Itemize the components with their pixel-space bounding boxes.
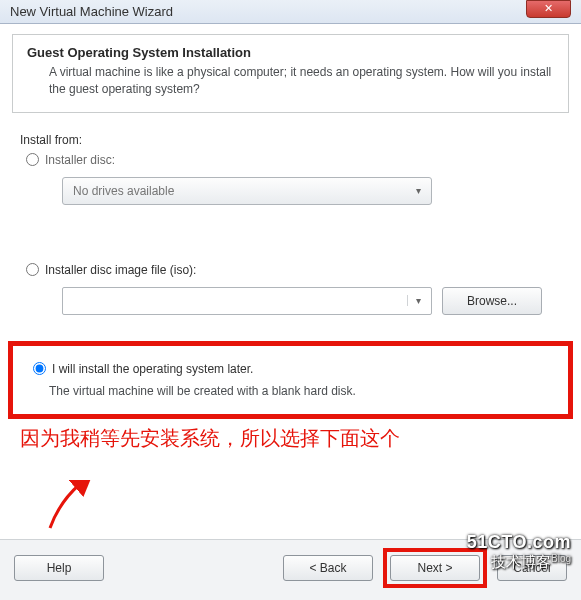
- iso-path-input[interactable]: ▾: [62, 287, 432, 315]
- wizard-header: Guest Operating System Installation A vi…: [12, 34, 569, 113]
- cancel-button[interactable]: Cancel: [497, 555, 567, 581]
- radio-install-later-input[interactable]: [33, 362, 46, 375]
- browse-button[interactable]: Browse...: [442, 287, 542, 315]
- annotation-highlight-box: I will install the operating system late…: [8, 341, 573, 419]
- header-title: Guest Operating System Installation: [27, 45, 554, 60]
- radio-install-later[interactable]: I will install the operating system late…: [33, 362, 554, 376]
- radio-iso-label: Installer disc image file (iso):: [45, 263, 196, 277]
- header-subtitle: A virtual machine is like a physical com…: [49, 64, 554, 98]
- annotation-arrow: [40, 480, 100, 530]
- window-title: New Virtual Machine Wizard: [10, 4, 173, 19]
- help-button[interactable]: Help: [14, 555, 104, 581]
- radio-installer-disc-input[interactable]: [26, 153, 39, 166]
- radio-installer-disc[interactable]: Installer disc:: [26, 153, 561, 167]
- radio-iso[interactable]: Installer disc image file (iso):: [26, 263, 561, 277]
- disc-dropdown[interactable]: No drives available ▾: [62, 177, 432, 205]
- annotation-note: 因为我稍等先安装系统，所以选择下面这个: [20, 425, 563, 451]
- close-icon: ✕: [544, 2, 553, 14]
- back-button[interactable]: < Back: [283, 555, 373, 581]
- chevron-down-icon: ▾: [407, 295, 425, 306]
- chevron-down-icon: ▾: [416, 185, 421, 196]
- radio-installer-disc-label: Installer disc:: [45, 153, 115, 167]
- wizard-footer: Help < Back Next > Cancel: [0, 539, 581, 600]
- install-later-description: The virtual machine will be created with…: [49, 384, 554, 398]
- annotation-next-highlight: Next >: [383, 548, 487, 588]
- radio-install-later-label: I will install the operating system late…: [52, 362, 253, 376]
- install-from-label: Install from:: [20, 133, 561, 147]
- disc-dropdown-value: No drives available: [73, 184, 174, 198]
- next-button[interactable]: Next >: [390, 555, 480, 581]
- radio-iso-input[interactable]: [26, 263, 39, 276]
- close-button[interactable]: ✕: [526, 0, 571, 18]
